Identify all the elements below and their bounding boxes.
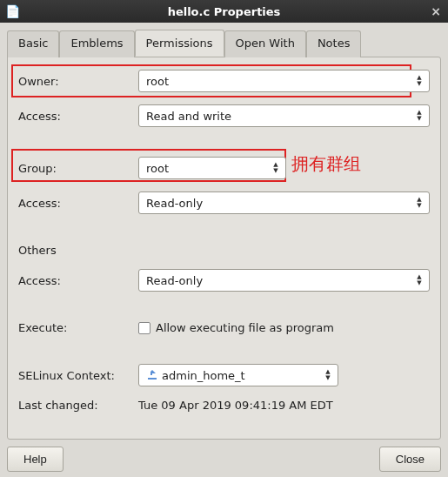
last-changed-label: Last changed: — [18, 399, 131, 412]
last-changed-value: Tue 09 Apr 2019 09:41:19 AM EDT — [138, 399, 430, 412]
help-button[interactable]: Help — [7, 447, 64, 472]
tab-permissions[interactable]: Permissions — [135, 30, 224, 57]
group-access-combo[interactable]: Read-only ▲▼ — [138, 191, 430, 214]
group-access-value: Read-only — [146, 197, 203, 210]
tab-open-with[interactable]: Open With — [224, 30, 306, 57]
properties-window: 📄 hello.c Properties × Basic Emblems Per… — [0, 0, 448, 477]
chevron-updown-icon: ▲▼ — [413, 107, 425, 124]
chevron-updown-icon: ▲▼ — [322, 366, 334, 384]
others-access-value: Read-only — [146, 274, 203, 287]
selinux-icon — [146, 369, 158, 381]
owner-access-label: Access: — [18, 110, 131, 123]
tab-bar: Basic Emblems Permissions Open With Note… — [7, 30, 441, 57]
window-body: Basic Emblems Permissions Open With Note… — [0, 23, 448, 477]
chevron-updown-icon: ▲▼ — [413, 272, 425, 289]
owner-combo[interactable]: root ▲▼ — [138, 70, 430, 92]
group-label: Group: — [18, 162, 131, 175]
owner-access-combo[interactable]: Read and write ▲▼ — [138, 104, 430, 127]
close-icon[interactable]: × — [431, 4, 441, 18]
file-icon: 📄 — [5, 4, 19, 18]
button-row: Help Close — [7, 447, 441, 472]
permissions-form: Owner: root ▲▼ Access: Read and write ▲▼… — [18, 70, 430, 412]
chevron-updown-icon: ▲▼ — [413, 194, 425, 212]
owner-label: Owner: — [18, 75, 131, 88]
owner-access-value: Read and write — [146, 110, 231, 123]
window-title: hello.c Properties — [168, 5, 281, 18]
execute-label: Execute: — [18, 321, 131, 334]
selinux-label: SELinux Context: — [18, 369, 131, 382]
chevron-updown-icon: ▲▼ — [270, 159, 282, 177]
execute-row: Allow executing file as program — [138, 321, 430, 334]
others-access-combo[interactable]: Read-only ▲▼ — [138, 269, 430, 292]
titlebar: 📄 hello.c Properties × — [0, 0, 448, 23]
tab-emblems[interactable]: Emblems — [59, 30, 134, 57]
others-heading: Others — [18, 244, 430, 257]
group-access-label: Access: — [18, 197, 131, 210]
selinux-combo[interactable]: admin_home_t ▲▼ — [138, 364, 338, 386]
tab-panel-permissions: 拥有者 拥有群组 Owner: root ▲▼ Access: Read and… — [7, 57, 441, 440]
owner-value: root — [146, 75, 169, 88]
chevron-updown-icon: ▲▼ — [413, 72, 425, 90]
selinux-value: admin_home_t — [162, 369, 245, 382]
others-access-label: Access: — [18, 274, 131, 287]
group-value: root — [146, 162, 169, 175]
close-button[interactable]: Close — [379, 447, 441, 472]
execute-checkbox-label: Allow executing file as program — [156, 321, 334, 334]
group-combo[interactable]: root ▲▼ — [138, 157, 286, 179]
tab-notes[interactable]: Notes — [306, 30, 362, 57]
tab-basic[interactable]: Basic — [7, 30, 59, 57]
execute-checkbox[interactable] — [138, 322, 150, 334]
